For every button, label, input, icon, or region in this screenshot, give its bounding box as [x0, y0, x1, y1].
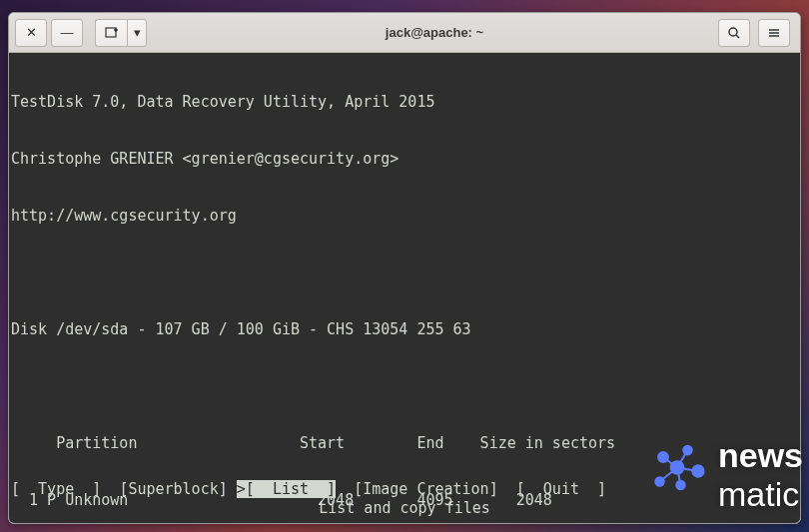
new-tab-icon — [105, 26, 119, 40]
menu-hint: List and copy files — [9, 499, 800, 518]
terminal-window: ✕ — ▾ jack@apache: ~ — [8, 12, 801, 524]
minimize-button[interactable]: — — [51, 19, 83, 47]
close-button[interactable]: ✕ — [15, 19, 47, 47]
menu-item-quit[interactable]: [ Quit ] — [516, 480, 606, 498]
terminal-body[interactable]: TestDisk 7.0, Data Recovery Utility, Apr… — [9, 53, 800, 523]
window-title: jack@apache: ~ — [151, 25, 718, 40]
term-disk-line: Disk /dev/sda - 107 GB / 100 GiB - CHS 1… — [9, 320, 800, 339]
svg-point-3 — [729, 28, 737, 36]
term-blank-line — [9, 264, 800, 282]
term-header-line: Christophe GRENIER <grenier@cgsecurity.o… — [9, 150, 800, 169]
new-tab-button[interactable] — [95, 19, 127, 47]
newtab-dropdown-button[interactable]: ▾ — [127, 19, 147, 47]
menu-item-image-creation[interactable]: [Image Creation] — [354, 480, 498, 498]
menu-item-list-selected[interactable]: >[ List ] — [237, 480, 336, 498]
term-blank-line — [9, 377, 800, 396]
search-button[interactable] — [718, 19, 750, 47]
menu-item-type[interactable]: [ Type ] — [11, 480, 101, 498]
search-icon — [727, 26, 741, 40]
menu-row: [ Type ] [Superblock] >[ List ] [Image C… — [9, 480, 800, 499]
term-table-header: Partition Start End Size in sectors — [9, 434, 800, 453]
titlebar: ✕ — ▾ jack@apache: ~ — [9, 13, 800, 53]
hamburger-menu-button[interactable] — [758, 19, 790, 47]
newtab-group: ▾ — [95, 19, 151, 47]
svg-line-4 — [736, 35, 739, 38]
menu-item-superblock[interactable]: [Superblock] — [119, 480, 227, 498]
term-header-line: http://www.cgsecurity.org — [9, 207, 800, 226]
menu-icon — [767, 26, 781, 40]
term-header-line: TestDisk 7.0, Data Recovery Utility, Apr… — [9, 93, 800, 112]
